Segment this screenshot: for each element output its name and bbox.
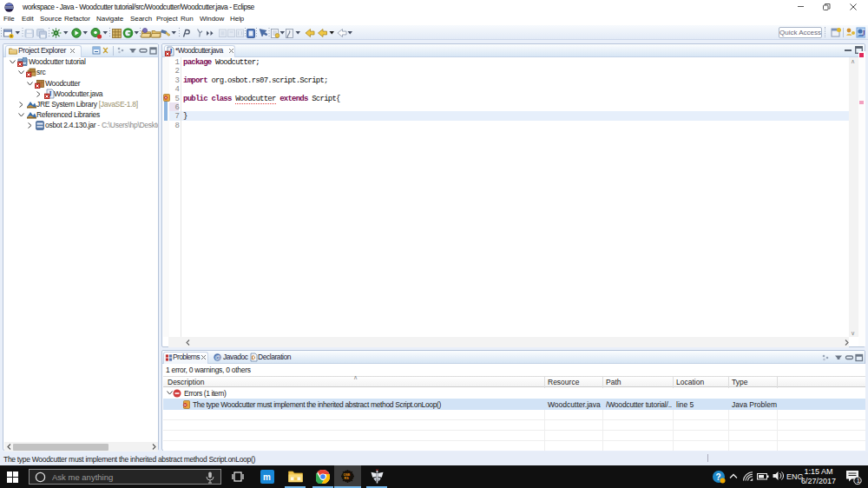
svg-text:1: 1 [857,477,860,485]
svg-text:J: J [862,30,865,37]
svg-text:RS: RS [345,477,350,480]
svg-text:m: m [263,472,271,482]
svg-text:@: @ [215,354,221,360]
